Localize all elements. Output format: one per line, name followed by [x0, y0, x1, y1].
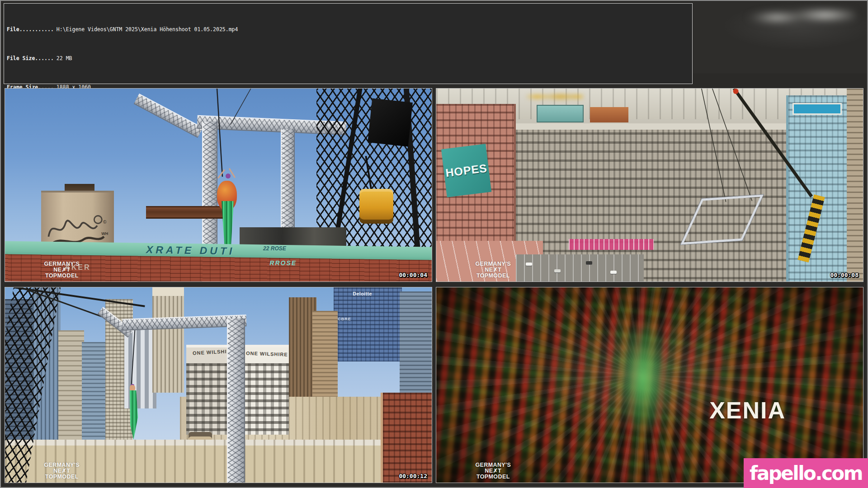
video-thumbnail-3[interactable]: Deloitte CBRE ONE WILSHIRE ONE WILSHIRE … — [5, 287, 432, 483]
xenia-title: XENIA — [709, 397, 786, 424]
blurred-watermark — [747, 5, 855, 28]
gntm-watermark: GERMANY'S NE✗T TOPMODEL — [37, 261, 87, 279]
video-thumbnail-4[interactable]: XENIA GERMANY'S NE✗T TOPMODEL — [436, 287, 863, 483]
watermark-line: GERMANY'S — [37, 462, 87, 468]
media-info-value: H:\Eigene Videos\GNTM 2025\Xenia Höhensh… — [57, 26, 238, 33]
media-info-row: File Size......22 MB — [7, 54, 692, 63]
timestamp-badge: 00:00:12 — [399, 473, 427, 479]
truss-column — [227, 319, 245, 483]
video-thumbnail-2[interactable]: HOPES GERMANY'S NE✗T TOPMODEL 00:00:08 — [436, 88, 863, 282]
vignette — [436, 287, 863, 483]
watermark-line: GERMANY'S — [37, 261, 87, 267]
suspended-model — [126, 385, 140, 440]
media-info-row: File...........H:\Eigene Videos\GNTM 202… — [7, 25, 692, 34]
gntm-watermark: GERMANY'S NE✗T TOPMODEL — [468, 462, 518, 480]
gntm-watermark: GERMANY'S NE✗T TOPMODEL — [468, 261, 518, 279]
crane-hook-block — [359, 189, 394, 224]
graffiti-tag: WH — [101, 231, 108, 236]
timestamp-badge: 00:00:04 — [399, 272, 427, 278]
model-hair — [226, 174, 231, 178]
video-contact-sheet: File...........H:\Eigene Videos\GNTM 202… — [0, 0, 868, 488]
gntm-watermark: GERMANY'S NE✗T TOPMODEL — [37, 462, 87, 480]
crane-counterweight — [368, 98, 412, 146]
watermark-line: TOPMODEL — [37, 474, 87, 480]
video-thumbnail-1[interactable]: © WH XRATE DUTI 22 ROSE RROSE AKER GERMA… — [5, 88, 432, 282]
media-info-label: File........... — [7, 26, 54, 33]
watermark-line: NE✗T — [37, 267, 87, 273]
fapello-banner[interactable]: fapello.com — [744, 458, 868, 488]
media-info-label: File Size...... — [7, 55, 54, 61]
graffiti-copyright: © — [103, 220, 106, 225]
model-figure — [130, 385, 135, 391]
watermark-line: TOPMODEL — [468, 474, 518, 480]
watermark-line: TOPMODEL — [37, 273, 87, 279]
watermark-line: NE✗T — [468, 267, 518, 273]
graffiti-xrate: XRATE DUTI — [146, 244, 235, 257]
watermark-line: GERMANY'S — [468, 462, 518, 468]
timestamp-badge: 00:00:08 — [830, 272, 859, 278]
graffiti-rrose: RROSE — [269, 259, 297, 267]
media-info-panel: File...........H:\Eigene Videos\GNTM 202… — [4, 3, 693, 84]
graffiti-rose: 22 ROSE — [263, 245, 286, 252]
watermark-line: GERMANY'S — [468, 261, 518, 267]
media-info-value: 22 MB — [57, 55, 72, 61]
watermark-line: NE✗T — [468, 468, 518, 474]
model-green-dress — [127, 390, 138, 440]
watermark-line: TOPMODEL — [468, 273, 518, 279]
watermark-line: NE✗T — [37, 468, 87, 474]
fapello-site-label: fapello.com — [750, 462, 862, 484]
suspended-model — [212, 174, 242, 254]
